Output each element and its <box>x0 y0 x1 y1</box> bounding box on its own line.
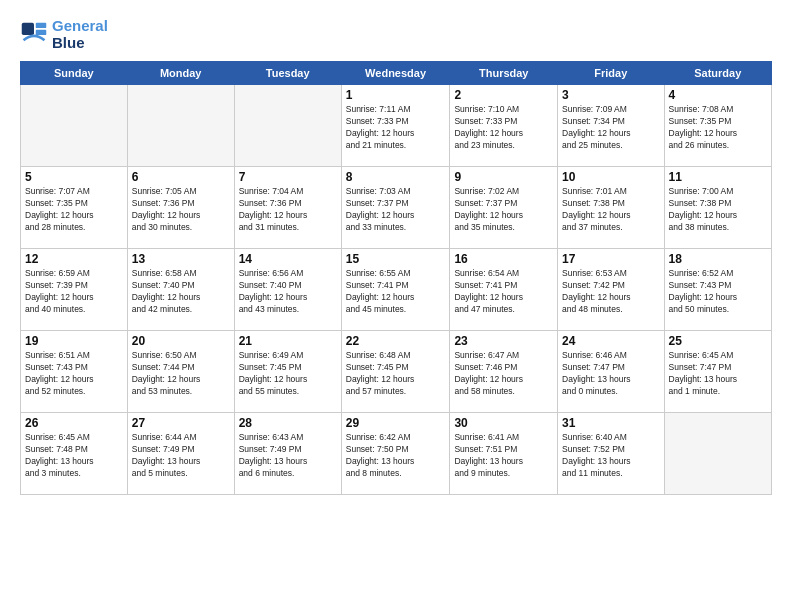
day-header-tuesday: Tuesday <box>234 62 341 85</box>
cell-info: Sunrise: 6:44 AM Sunset: 7:49 PM Dayligh… <box>132 432 230 480</box>
calendar-cell: 21Sunrise: 6:49 AM Sunset: 7:45 PM Dayli… <box>234 331 341 413</box>
cell-info: Sunrise: 6:55 AM Sunset: 7:41 PM Dayligh… <box>346 268 446 316</box>
day-number: 22 <box>346 334 446 348</box>
logo-icon <box>20 21 48 49</box>
calendar-cell: 23Sunrise: 6:47 AM Sunset: 7:46 PM Dayli… <box>450 331 558 413</box>
day-number: 30 <box>454 416 553 430</box>
day-number: 10 <box>562 170 659 184</box>
cell-info: Sunrise: 7:04 AM Sunset: 7:36 PM Dayligh… <box>239 186 337 234</box>
cell-info: Sunrise: 6:47 AM Sunset: 7:46 PM Dayligh… <box>454 350 553 398</box>
calendar-cell <box>21 85 128 167</box>
calendar-cell: 16Sunrise: 6:54 AM Sunset: 7:41 PM Dayli… <box>450 249 558 331</box>
calendar-cell: 27Sunrise: 6:44 AM Sunset: 7:49 PM Dayli… <box>127 413 234 495</box>
day-number: 29 <box>346 416 446 430</box>
cell-info: Sunrise: 6:53 AM Sunset: 7:42 PM Dayligh… <box>562 268 659 316</box>
day-number: 26 <box>25 416 123 430</box>
day-number: 15 <box>346 252 446 266</box>
day-number: 20 <box>132 334 230 348</box>
calendar-cell: 24Sunrise: 6:46 AM Sunset: 7:47 PM Dayli… <box>558 331 664 413</box>
cell-info: Sunrise: 6:43 AM Sunset: 7:49 PM Dayligh… <box>239 432 337 480</box>
logo: GeneralBlue <box>20 18 108 51</box>
day-number: 28 <box>239 416 337 430</box>
day-number: 5 <box>25 170 123 184</box>
day-number: 17 <box>562 252 659 266</box>
day-header-sunday: Sunday <box>21 62 128 85</box>
cell-info: Sunrise: 6:51 AM Sunset: 7:43 PM Dayligh… <box>25 350 123 398</box>
calendar-cell: 3Sunrise: 7:09 AM Sunset: 7:34 PM Daylig… <box>558 85 664 167</box>
calendar-cell: 17Sunrise: 6:53 AM Sunset: 7:42 PM Dayli… <box>558 249 664 331</box>
cell-info: Sunrise: 6:56 AM Sunset: 7:40 PM Dayligh… <box>239 268 337 316</box>
calendar-cell <box>664 413 771 495</box>
day-number: 13 <box>132 252 230 266</box>
calendar-cell: 6Sunrise: 7:05 AM Sunset: 7:36 PM Daylig… <box>127 167 234 249</box>
cell-info: Sunrise: 6:59 AM Sunset: 7:39 PM Dayligh… <box>25 268 123 316</box>
cell-info: Sunrise: 7:11 AM Sunset: 7:33 PM Dayligh… <box>346 104 446 152</box>
calendar-cell: 14Sunrise: 6:56 AM Sunset: 7:40 PM Dayli… <box>234 249 341 331</box>
day-number: 1 <box>346 88 446 102</box>
day-number: 31 <box>562 416 659 430</box>
cell-info: Sunrise: 6:49 AM Sunset: 7:45 PM Dayligh… <box>239 350 337 398</box>
calendar-cell: 20Sunrise: 6:50 AM Sunset: 7:44 PM Dayli… <box>127 331 234 413</box>
svg-rect-1 <box>36 22 47 27</box>
calendar-cell: 9Sunrise: 7:02 AM Sunset: 7:37 PM Daylig… <box>450 167 558 249</box>
calendar-cell: 18Sunrise: 6:52 AM Sunset: 7:43 PM Dayli… <box>664 249 771 331</box>
calendar-cell: 19Sunrise: 6:51 AM Sunset: 7:43 PM Dayli… <box>21 331 128 413</box>
day-number: 11 <box>669 170 767 184</box>
calendar-cell: 12Sunrise: 6:59 AM Sunset: 7:39 PM Dayli… <box>21 249 128 331</box>
calendar-cell: 25Sunrise: 6:45 AM Sunset: 7:47 PM Dayli… <box>664 331 771 413</box>
day-number: 8 <box>346 170 446 184</box>
cell-info: Sunrise: 6:50 AM Sunset: 7:44 PM Dayligh… <box>132 350 230 398</box>
cell-info: Sunrise: 6:58 AM Sunset: 7:40 PM Dayligh… <box>132 268 230 316</box>
day-number: 16 <box>454 252 553 266</box>
cell-info: Sunrise: 6:40 AM Sunset: 7:52 PM Dayligh… <box>562 432 659 480</box>
cell-info: Sunrise: 6:41 AM Sunset: 7:51 PM Dayligh… <box>454 432 553 480</box>
day-number: 12 <box>25 252 123 266</box>
logo-text: GeneralBlue <box>52 18 108 51</box>
cell-info: Sunrise: 7:05 AM Sunset: 7:36 PM Dayligh… <box>132 186 230 234</box>
cell-info: Sunrise: 6:42 AM Sunset: 7:50 PM Dayligh… <box>346 432 446 480</box>
day-number: 3 <box>562 88 659 102</box>
calendar-cell: 2Sunrise: 7:10 AM Sunset: 7:33 PM Daylig… <box>450 85 558 167</box>
calendar-cell: 13Sunrise: 6:58 AM Sunset: 7:40 PM Dayli… <box>127 249 234 331</box>
calendar-cell: 8Sunrise: 7:03 AM Sunset: 7:37 PM Daylig… <box>341 167 450 249</box>
calendar-cell: 1Sunrise: 7:11 AM Sunset: 7:33 PM Daylig… <box>341 85 450 167</box>
page-header: GeneralBlue <box>20 18 772 51</box>
cell-info: Sunrise: 6:45 AM Sunset: 7:48 PM Dayligh… <box>25 432 123 480</box>
day-header-wednesday: Wednesday <box>341 62 450 85</box>
calendar-cell: 22Sunrise: 6:48 AM Sunset: 7:45 PM Dayli… <box>341 331 450 413</box>
day-number: 7 <box>239 170 337 184</box>
day-number: 4 <box>669 88 767 102</box>
calendar-cell: 5Sunrise: 7:07 AM Sunset: 7:35 PM Daylig… <box>21 167 128 249</box>
day-number: 18 <box>669 252 767 266</box>
day-header-thursday: Thursday <box>450 62 558 85</box>
cell-info: Sunrise: 7:09 AM Sunset: 7:34 PM Dayligh… <box>562 104 659 152</box>
day-number: 24 <box>562 334 659 348</box>
day-header-saturday: Saturday <box>664 62 771 85</box>
day-number: 21 <box>239 334 337 348</box>
calendar-cell: 11Sunrise: 7:00 AM Sunset: 7:38 PM Dayli… <box>664 167 771 249</box>
cell-info: Sunrise: 7:03 AM Sunset: 7:37 PM Dayligh… <box>346 186 446 234</box>
calendar-cell: 29Sunrise: 6:42 AM Sunset: 7:50 PM Dayli… <box>341 413 450 495</box>
day-number: 2 <box>454 88 553 102</box>
cell-info: Sunrise: 6:45 AM Sunset: 7:47 PM Dayligh… <box>669 350 767 398</box>
cell-info: Sunrise: 6:48 AM Sunset: 7:45 PM Dayligh… <box>346 350 446 398</box>
day-number: 25 <box>669 334 767 348</box>
calendar-cell: 31Sunrise: 6:40 AM Sunset: 7:52 PM Dayli… <box>558 413 664 495</box>
cell-info: Sunrise: 7:00 AM Sunset: 7:38 PM Dayligh… <box>669 186 767 234</box>
day-header-friday: Friday <box>558 62 664 85</box>
cell-info: Sunrise: 7:08 AM Sunset: 7:35 PM Dayligh… <box>669 104 767 152</box>
cell-info: Sunrise: 7:07 AM Sunset: 7:35 PM Dayligh… <box>25 186 123 234</box>
day-header-monday: Monday <box>127 62 234 85</box>
calendar-cell <box>234 85 341 167</box>
calendar-cell: 15Sunrise: 6:55 AM Sunset: 7:41 PM Dayli… <box>341 249 450 331</box>
calendar-cell: 30Sunrise: 6:41 AM Sunset: 7:51 PM Dayli… <box>450 413 558 495</box>
cell-info: Sunrise: 6:54 AM Sunset: 7:41 PM Dayligh… <box>454 268 553 316</box>
calendar-cell <box>127 85 234 167</box>
calendar-cell: 7Sunrise: 7:04 AM Sunset: 7:36 PM Daylig… <box>234 167 341 249</box>
day-number: 23 <box>454 334 553 348</box>
day-number: 19 <box>25 334 123 348</box>
calendar-cell: 10Sunrise: 7:01 AM Sunset: 7:38 PM Dayli… <box>558 167 664 249</box>
day-number: 9 <box>454 170 553 184</box>
cell-info: Sunrise: 7:10 AM Sunset: 7:33 PM Dayligh… <box>454 104 553 152</box>
cell-info: Sunrise: 6:46 AM Sunset: 7:47 PM Dayligh… <box>562 350 659 398</box>
